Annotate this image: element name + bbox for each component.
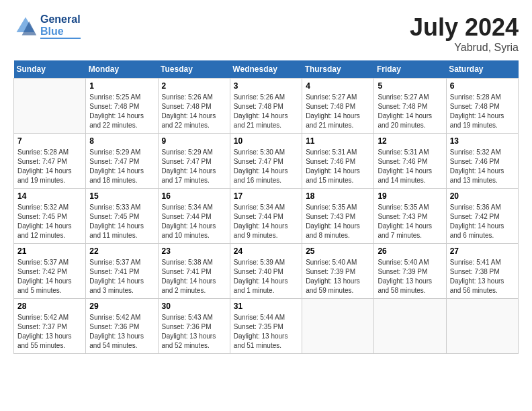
- calendar-cell: 27Sunrise: 5:41 AMSunset: 7:38 PMDayligh…: [446, 244, 518, 299]
- day-number: 10: [234, 136, 298, 146]
- day-of-week-header: Sunday: [14, 60, 86, 79]
- calendar-cell: [374, 299, 446, 354]
- day-number: 19: [378, 191, 442, 201]
- calendar-week-row: 28Sunrise: 5:42 AMSunset: 7:37 PMDayligh…: [14, 299, 519, 354]
- calendar-cell: 17Sunrise: 5:34 AMSunset: 7:44 PMDayligh…: [230, 189, 302, 244]
- calendar-table: SundayMondayTuesdayWednesdayThursdayFrid…: [13, 60, 519, 354]
- calendar-cell: 13Sunrise: 5:32 AMSunset: 7:46 PMDayligh…: [446, 134, 518, 189]
- title-block: July 2024 Yabrud, Syria: [410, 13, 519, 54]
- day-info: Sunrise: 5:31 AMSunset: 7:46 PMDaylight:…: [378, 148, 442, 185]
- day-number: 14: [17, 191, 82, 201]
- calendar-cell: 15Sunrise: 5:33 AMSunset: 7:45 PMDayligh…: [86, 189, 158, 244]
- day-number: 6: [450, 81, 515, 91]
- day-info: Sunrise: 5:25 AMSunset: 7:48 PMDaylight:…: [89, 93, 154, 130]
- logo-blue: Blue: [40, 26, 81, 38]
- calendar-cell: [14, 79, 86, 134]
- day-info: Sunrise: 5:38 AMSunset: 7:41 PMDaylight:…: [162, 258, 226, 295]
- day-number: 24: [234, 246, 298, 256]
- day-number: 30: [162, 302, 226, 311]
- day-of-week-header: Monday: [86, 60, 158, 79]
- calendar-cell: 8Sunrise: 5:29 AMSunset: 7:47 PMDaylight…: [86, 134, 158, 189]
- day-info: Sunrise: 5:44 AMSunset: 7:35 PMDaylight:…: [234, 313, 298, 351]
- day-number: 25: [306, 246, 370, 256]
- day-of-week-header: Saturday: [446, 60, 518, 79]
- day-number: 12: [378, 136, 442, 146]
- calendar-cell: 3Sunrise: 5:26 AMSunset: 7:48 PMDaylight…: [230, 79, 302, 134]
- calendar-cell: 9Sunrise: 5:29 AMSunset: 7:47 PMDaylight…: [158, 134, 230, 189]
- calendar-cell: 29Sunrise: 5:42 AMSunset: 7:36 PMDayligh…: [86, 299, 158, 354]
- logo: General Blue: [13, 13, 81, 39]
- day-info: Sunrise: 5:27 AMSunset: 7:48 PMDaylight:…: [378, 93, 442, 130]
- day-number: 26: [378, 246, 442, 256]
- calendar-cell: 7Sunrise: 5:28 AMSunset: 7:47 PMDaylight…: [14, 134, 86, 189]
- calendar-cell: 30Sunrise: 5:43 AMSunset: 7:36 PMDayligh…: [158, 299, 230, 354]
- day-info: Sunrise: 5:42 AMSunset: 7:37 PMDaylight:…: [17, 313, 82, 351]
- day-info: Sunrise: 5:34 AMSunset: 7:44 PMDaylight:…: [162, 203, 226, 240]
- day-number: 22: [89, 246, 154, 256]
- day-info: Sunrise: 5:36 AMSunset: 7:42 PMDaylight:…: [450, 203, 515, 240]
- day-number: 16: [162, 191, 226, 201]
- logo-underline: [40, 38, 81, 39]
- calendar-cell: 28Sunrise: 5:42 AMSunset: 7:37 PMDayligh…: [14, 299, 86, 354]
- day-info: Sunrise: 5:39 AMSunset: 7:40 PMDaylight:…: [234, 258, 298, 295]
- logo-general: General: [40, 13, 81, 26]
- day-number: 20: [450, 191, 515, 201]
- day-info: Sunrise: 5:40 AMSunset: 7:39 PMDaylight:…: [378, 258, 442, 295]
- day-number: 21: [17, 246, 82, 256]
- calendar-cell: 26Sunrise: 5:40 AMSunset: 7:39 PMDayligh…: [374, 244, 446, 299]
- logo-icon: [13, 14, 38, 38]
- day-info: Sunrise: 5:35 AMSunset: 7:43 PMDaylight:…: [378, 203, 442, 240]
- calendar-cell: [446, 299, 518, 354]
- day-number: 31: [234, 302, 298, 311]
- day-number: 18: [306, 191, 370, 201]
- day-info: Sunrise: 5:42 AMSunset: 7:36 PMDaylight:…: [89, 313, 154, 351]
- calendar-header-row: SundayMondayTuesdayWednesdayThursdayFrid…: [14, 60, 519, 79]
- day-info: Sunrise: 5:41 AMSunset: 7:38 PMDaylight:…: [450, 258, 515, 295]
- day-info: Sunrise: 5:29 AMSunset: 7:47 PMDaylight:…: [89, 148, 154, 185]
- location: Yabrud, Syria: [410, 42, 519, 54]
- calendar-week-row: 14Sunrise: 5:32 AMSunset: 7:45 PMDayligh…: [14, 189, 519, 244]
- day-number: 5: [378, 81, 442, 91]
- day-number: 4: [306, 81, 370, 91]
- day-info: Sunrise: 5:31 AMSunset: 7:46 PMDaylight:…: [306, 148, 370, 185]
- calendar-week-row: 1Sunrise: 5:25 AMSunset: 7:48 PMDaylight…: [14, 79, 519, 134]
- month-year: July 2024: [410, 13, 519, 42]
- calendar-cell: 22Sunrise: 5:37 AMSunset: 7:41 PMDayligh…: [86, 244, 158, 299]
- day-info: Sunrise: 5:30 AMSunset: 7:47 PMDaylight:…: [234, 148, 298, 185]
- day-info: Sunrise: 5:35 AMSunset: 7:43 PMDaylight:…: [306, 203, 370, 240]
- day-number: 27: [450, 246, 515, 256]
- calendar-cell: 11Sunrise: 5:31 AMSunset: 7:46 PMDayligh…: [302, 134, 374, 189]
- day-info: Sunrise: 5:37 AMSunset: 7:41 PMDaylight:…: [89, 258, 154, 295]
- calendar-cell: 18Sunrise: 5:35 AMSunset: 7:43 PMDayligh…: [302, 189, 374, 244]
- calendar-cell: 16Sunrise: 5:34 AMSunset: 7:44 PMDayligh…: [158, 189, 230, 244]
- day-of-week-header: Wednesday: [230, 60, 302, 79]
- calendar-cell: 10Sunrise: 5:30 AMSunset: 7:47 PMDayligh…: [230, 134, 302, 189]
- day-number: 23: [162, 246, 226, 256]
- day-info: Sunrise: 5:43 AMSunset: 7:36 PMDaylight:…: [162, 313, 226, 351]
- calendar-cell: 1Sunrise: 5:25 AMSunset: 7:48 PMDaylight…: [86, 79, 158, 134]
- calendar-cell: 25Sunrise: 5:40 AMSunset: 7:39 PMDayligh…: [302, 244, 374, 299]
- day-number: 9: [162, 136, 226, 146]
- day-info: Sunrise: 5:26 AMSunset: 7:48 PMDaylight:…: [234, 93, 298, 130]
- calendar-cell: [302, 299, 374, 354]
- day-info: Sunrise: 5:34 AMSunset: 7:44 PMDaylight:…: [234, 203, 298, 240]
- day-info: Sunrise: 5:40 AMSunset: 7:39 PMDaylight:…: [306, 258, 370, 295]
- calendar-cell: 4Sunrise: 5:27 AMSunset: 7:48 PMDaylight…: [302, 79, 374, 134]
- day-of-week-header: Friday: [374, 60, 446, 79]
- calendar-cell: 21Sunrise: 5:37 AMSunset: 7:42 PMDayligh…: [14, 244, 86, 299]
- day-info: Sunrise: 5:29 AMSunset: 7:47 PMDaylight:…: [162, 148, 226, 185]
- calendar-cell: 2Sunrise: 5:26 AMSunset: 7:48 PMDaylight…: [158, 79, 230, 134]
- day-info: Sunrise: 5:32 AMSunset: 7:45 PMDaylight:…: [17, 203, 82, 240]
- calendar-cell: 31Sunrise: 5:44 AMSunset: 7:35 PMDayligh…: [230, 299, 302, 354]
- day-info: Sunrise: 5:28 AMSunset: 7:47 PMDaylight:…: [17, 148, 82, 185]
- day-number: 29: [89, 302, 154, 311]
- calendar-cell: 20Sunrise: 5:36 AMSunset: 7:42 PMDayligh…: [446, 189, 518, 244]
- calendar-week-row: 21Sunrise: 5:37 AMSunset: 7:42 PMDayligh…: [14, 244, 519, 299]
- day-info: Sunrise: 5:37 AMSunset: 7:42 PMDaylight:…: [17, 258, 82, 295]
- calendar-cell: 6Sunrise: 5:28 AMSunset: 7:48 PMDaylight…: [446, 79, 518, 134]
- day-number: 3: [234, 81, 298, 91]
- calendar-cell: 23Sunrise: 5:38 AMSunset: 7:41 PMDayligh…: [158, 244, 230, 299]
- logo-text: General Blue: [40, 13, 81, 39]
- day-number: 13: [450, 136, 515, 146]
- day-number: 17: [234, 191, 298, 201]
